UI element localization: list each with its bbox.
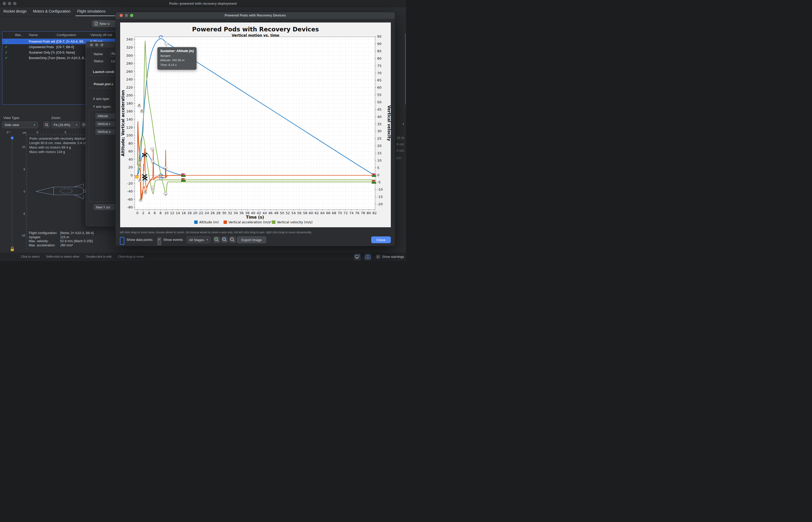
show-warnings-checkbox[interactable]: ✓: [376, 255, 380, 259]
tick-label: 80: [377, 57, 382, 60]
column-header[interactable]: Velocity off rod: [89, 33, 118, 37]
zoom-level-select[interactable]: Fit (33.6%) ▼: [51, 122, 80, 128]
chart-subtitle: Vertical motion vs. time: [232, 33, 279, 37]
y-axis-type-button[interactable]: Vertical v: [96, 121, 116, 127]
export-image-label: Export Image: [241, 238, 262, 242]
tick-label: 50: [280, 211, 284, 215]
stages-select[interactable]: All Stages ▼: [187, 236, 211, 243]
tick-label: -10: [377, 187, 383, 192]
tick-label: 160: [126, 109, 133, 113]
tick-label: 40: [251, 211, 255, 215]
dialog-close-icon[interactable]: [90, 43, 93, 46]
x-axis-title: Time (s): [246, 215, 264, 220]
preset-plot-section[interactable]: Preset plot c: [94, 82, 113, 86]
tick-label: 38: [245, 211, 249, 215]
tab-motors-configuration[interactable]: Motors & Configuration: [33, 9, 71, 13]
dialog-zoom-icon[interactable]: [100, 43, 103, 46]
tick-label: 72: [344, 211, 348, 215]
plot-dialog-titlebar[interactable]: Powered Pods with Recovery Devices: [115, 12, 395, 19]
tick-label: 50: [377, 100, 382, 104]
camera-icon: [364, 254, 371, 260]
screen-settings-button[interactable]: [354, 254, 361, 260]
window-zoom-icon[interactable]: [13, 2, 17, 5]
status-hint: Shift+click to select other: [46, 255, 80, 258]
window-titlebar[interactable]: Pods--powered with recovery deployment: [0, 0, 406, 7]
tick-label: -60: [127, 198, 133, 201]
zoom-out-button[interactable]: [43, 122, 50, 128]
tick-label: 56: [297, 211, 302, 215]
tick-label: -5: [377, 180, 381, 184]
name-label: Name:: [94, 52, 103, 56]
legend-swatch: [224, 220, 227, 224]
tick-label: 20: [193, 211, 198, 215]
config-dialog-titlebar[interactable]: [86, 42, 117, 47]
view-type-value: Side view: [4, 123, 19, 127]
chevron-down-icon: ▼: [33, 124, 36, 126]
dialog-minimize-icon[interactable]: [125, 14, 128, 17]
dialog-minimize-icon[interactable]: [95, 43, 98, 46]
simulation-table-header[interactable]: War...NameConfigurationVelocity off rod: [2, 32, 120, 39]
tick-label: -20: [127, 181, 133, 185]
chevron-down-icon[interactable]: ▼: [402, 123, 404, 125]
rotation-slider-handle[interactable]: [11, 137, 14, 139]
y-right-axis-title: Vertical velocity: [387, 105, 391, 141]
ruler-number: 0: [37, 131, 38, 134]
divider: [89, 88, 117, 88]
view-type-select[interactable]: Side view ▼: [2, 122, 38, 128]
tick-label: 80: [366, 211, 371, 215]
tick-label: 180: [126, 101, 133, 105]
window-minimize-icon[interactable]: [8, 2, 11, 5]
tick-label: 55: [377, 93, 382, 97]
export-image-button[interactable]: Export Image: [237, 236, 266, 243]
tick-label: 52: [286, 211, 290, 215]
window-close-icon[interactable]: [3, 2, 6, 5]
flight-info-label: Max. velocity:: [29, 239, 49, 243]
view-type-label: View Type:: [3, 116, 20, 120]
lock-icon[interactable]: [10, 246, 15, 252]
new-simulation-button[interactable]: New si: [92, 20, 115, 27]
dialog-close-icon[interactable]: [120, 14, 123, 17]
column-header[interactable]: Configuration: [55, 33, 89, 37]
column-header[interactable]: Name: [28, 33, 55, 37]
zoom-label: Zoom:: [51, 116, 61, 120]
y-axis-list[interactable]: AltitudeVertical vVertical a: [89, 110, 117, 202]
launch-conditions-section[interactable]: Launch condi: [93, 70, 114, 74]
tick-label: 16: [181, 211, 186, 215]
ruler-number: -5: [20, 212, 25, 215]
zoom-out-icon: [229, 237, 235, 243]
tick-label: 25: [377, 137, 382, 140]
status-label: Status:: [94, 59, 104, 63]
status-bar: Click to selectShift+click to select oth…: [0, 253, 406, 261]
plot-zoom-out-button[interactable]: [229, 236, 236, 243]
tab-rocket-design[interactable]: Rocket design: [3, 9, 27, 13]
tick-label: 44: [263, 211, 267, 215]
new-y-axis-button[interactable]: New Y axi: [94, 204, 117, 210]
dialog-zoom-icon[interactable]: [130, 14, 133, 17]
configuration-cell: [C6-7; B6-0]: [55, 45, 89, 49]
tab-flight-simulations[interactable]: Flight simulations: [77, 9, 105, 13]
flight-info-label: Max. acceleration:: [29, 243, 55, 247]
ruler-number: 10: [20, 145, 25, 148]
y-axis-types-label: Y axis types:: [93, 105, 112, 108]
tick-label: 20: [128, 165, 133, 169]
tick-label: 22: [199, 211, 204, 215]
y-axis-type-button[interactable]: Vertical a: [96, 129, 116, 135]
legend-label: Altitude (m): [199, 220, 219, 224]
rocket-side-view[interactable]: [35, 183, 90, 200]
show-data-points-checkbox[interactable]: [120, 237, 124, 245]
y-axis-type-button[interactable]: Altitude: [96, 113, 116, 119]
new-simulation-label: New si: [99, 22, 110, 26]
close-button[interactable]: Close: [371, 236, 391, 243]
plot-zoom-in-button[interactable]: [213, 236, 220, 243]
column-header[interactable]: War...: [10, 33, 28, 37]
show-events-checkbox[interactable]: ✓: [157, 238, 161, 245]
plot-zoom-reset-button[interactable]: [221, 236, 228, 243]
tick-label: 60: [309, 211, 313, 215]
rotation-value[interactable]: 0 °: [7, 131, 11, 134]
tick-label: 0: [377, 173, 379, 177]
screenshot-button[interactable]: [364, 254, 371, 260]
name-cell: Unpowered Pods: [28, 45, 55, 49]
configuration-cell: [None; 2× A10-3, B..: [55, 56, 89, 60]
plot-dialog-title: Powered Pods with Recovery Devices: [115, 12, 395, 19]
tick-label: 35: [377, 122, 382, 126]
